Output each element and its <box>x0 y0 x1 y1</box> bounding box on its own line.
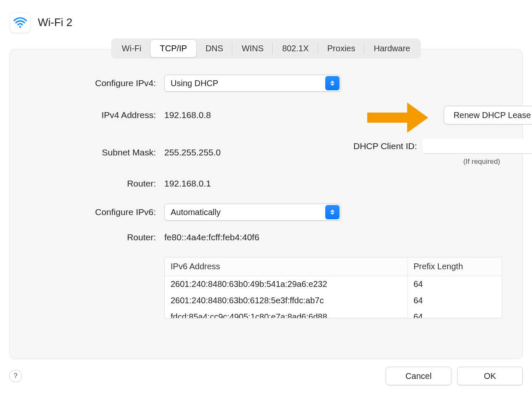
cancel-button[interactable]: Cancel <box>386 367 451 385</box>
tab-wins[interactable]: WINS <box>232 40 273 57</box>
label-router-ipv6: Router: <box>30 231 156 243</box>
tab-proxies[interactable]: Proxies <box>318 40 365 57</box>
label-dhcp-client-id: DHCP Client ID: <box>353 140 417 152</box>
help-button[interactable]: ? <box>9 370 22 382</box>
hint-if-required: (If required) <box>423 157 532 167</box>
settings-panel: Configure IPv4: Using DHCP IPv4 Address:… <box>9 49 523 359</box>
renew-dhcp-lease-button[interactable]: Renew DHCP Lease <box>444 106 532 124</box>
select-caret-icon <box>325 76 340 90</box>
cell-prefix-length: 64 <box>407 276 502 292</box>
tab-dns[interactable]: DNS <box>196 40 232 57</box>
table-row[interactable]: fdcd:85a4:cc9c:4905:1c80:e7a:8ad6:6d8864 <box>165 309 502 318</box>
configure-ipv4-value: Using DHCP <box>164 75 341 92</box>
configure-ipv6-select[interactable]: Automatically <box>164 204 341 221</box>
cell-prefix-length: 64 <box>407 292 502 309</box>
cell-ipv6-address: fdcd:85a4:cc9c:4905:1c80:e7a:8ad6:6d88 <box>165 309 407 318</box>
ipv6-address-table[interactable]: IPv6 Address Prefix Length 2601:240:8480… <box>164 257 502 318</box>
label-configure-ipv6: Configure IPv6: <box>30 206 156 218</box>
label-router: Router: <box>30 178 156 189</box>
label-ipv4-address: IPv4 Address: <box>30 109 156 121</box>
tab-bar: Wi-FiTCP/IPDNSWINS802.1XProxiesHardware <box>111 39 421 58</box>
cell-prefix-length: 64 <box>407 309 502 318</box>
wifi-icon <box>10 13 30 33</box>
value-router: 192.168.0.1 <box>164 178 345 189</box>
value-router-ipv6: fe80::4a4e:fcff:feb4:40f6 <box>164 231 502 243</box>
select-caret-icon <box>325 205 340 219</box>
th-ipv6-address: IPv6 Address <box>165 258 407 276</box>
arrow-annotation-icon <box>367 102 439 128</box>
tab-wi-fi[interactable]: Wi-Fi <box>113 40 151 57</box>
svg-point-0 <box>19 26 21 28</box>
page-title: Wi-Fi 2 <box>38 15 72 30</box>
cell-ipv6-address: 2601:240:8480:63b0:6128:5e3f:ffdc:ab7c <box>165 292 407 309</box>
header: Wi-Fi 2 <box>10 13 523 33</box>
label-subnet-mask: Subnet Mask: <box>30 147 156 158</box>
value-ipv4-address: 192.168.0.8 <box>164 109 345 121</box>
table-row[interactable]: 2601:240:8480:63b0:6128:5e3f:ffdc:ab7c64 <box>165 292 502 309</box>
tab-802-1x[interactable]: 802.1X <box>273 40 318 57</box>
configure-ipv4-select[interactable]: Using DHCP <box>164 75 341 92</box>
th-prefix-length: Prefix Length <box>407 258 502 276</box>
dhcp-client-id-input[interactable] <box>423 139 532 154</box>
value-subnet-mask: 255.255.255.0 <box>164 147 345 158</box>
label-configure-ipv4: Configure IPv4: <box>30 77 156 89</box>
tab-tcp-ip[interactable]: TCP/IP <box>150 40 196 57</box>
ok-button[interactable]: OK <box>457 367 523 385</box>
tab-hardware[interactable]: Hardware <box>364 40 419 57</box>
cell-ipv6-address: 2601:240:8480:63b0:49b:541a:29a6:e232 <box>165 276 407 292</box>
table-row[interactable]: 2601:240:8480:63b0:49b:541a:29a6:e23264 <box>165 276 502 292</box>
configure-ipv6-value: Automatically <box>164 204 341 221</box>
